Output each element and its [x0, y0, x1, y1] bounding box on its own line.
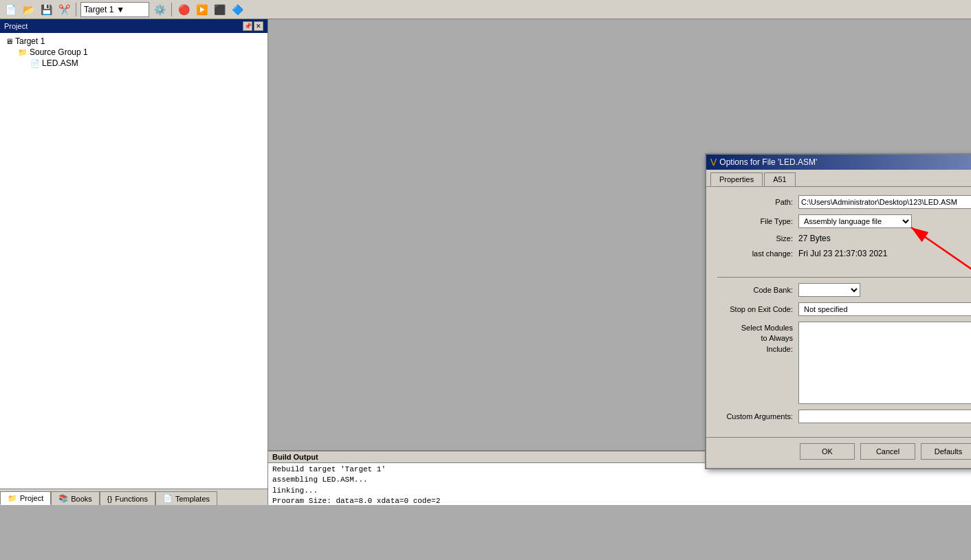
- custom-args-label: Custom Arguments:: [717, 412, 793, 421]
- form-left-section: File Type: Assembly language file Size: …: [717, 214, 971, 271]
- custom-args-input[interactable]: [798, 410, 971, 423]
- tab-functions-label: Functions: [115, 495, 148, 503]
- modules-label: Select Modulesto AlwaysInclude:: [717, 323, 793, 355]
- tree-source-group[interactable]: 📁 Source Group 1: [3, 47, 265, 58]
- panel-title-buttons: 📌 ✕: [243, 21, 263, 31]
- dialog-title-icon: V: [710, 157, 717, 168]
- panel-title: Project: [4, 22, 28, 30]
- target-icon: 🖥: [6, 37, 13, 45]
- toolbar-icon-7[interactable]: ▶️: [194, 2, 209, 17]
- stop-exit-row: Stop on Exit Code: Not specified: [717, 302, 971, 316]
- main-layout: Project 📌 ✕ 🖥 Target 1 📁 Source Group 1 …: [0, 19, 971, 505]
- tab-project-label: Project: [20, 494, 43, 502]
- dialog-buttons: OK Cancel Defaults Help: [706, 437, 971, 468]
- size-label: Size:: [717, 234, 793, 243]
- dialog-content: Path: File Type: Assembly language file: [706, 187, 971, 437]
- tab-templates-icon: 📄: [163, 494, 173, 503]
- file-icon: 📄: [30, 59, 40, 68]
- project-tree: 🖥 Target 1 📁 Source Group 1 📄 LED.ASM: [0, 33, 268, 489]
- toolbar-icon-6[interactable]: 🔴: [176, 2, 191, 17]
- project-panel: Project 📌 ✕ 🖥 Target 1 📁 Source Group 1 …: [0, 19, 268, 505]
- target-dropdown-icon: ▼: [116, 5, 124, 14]
- tree-file-label: LED.ASM: [42, 58, 78, 68]
- panel-titlebar: Project 📌 ✕: [0, 19, 268, 33]
- defaults-button[interactable]: Defaults: [921, 443, 971, 460]
- toolbar-icon-8[interactable]: ⬛: [212, 2, 227, 17]
- code-bank-select[interactable]: [798, 283, 860, 297]
- file-type-select[interactable]: Assembly language file: [798, 214, 912, 228]
- modules-row: Select Modulesto AlwaysInclude:: [717, 322, 971, 404]
- file-type-section: File Type: Assembly language file Size: …: [717, 214, 971, 271]
- path-row: Path:: [717, 195, 971, 209]
- dialog-tab-a51[interactable]: A51: [764, 172, 796, 186]
- tree-target-label: Target 1: [15, 36, 45, 46]
- toolbar-sep-1: [76, 3, 76, 16]
- tab-books[interactable]: 📚 Books: [51, 491, 100, 505]
- code-bank-label: Code Bank:: [717, 286, 793, 294]
- tree-file[interactable]: 📄 LED.ASM: [3, 58, 265, 69]
- toolbar-icon-1[interactable]: 📄: [3, 2, 18, 17]
- dialog-tab-a51-label: A51: [773, 175, 787, 183]
- size-value: 27 Bytes: [798, 234, 831, 243]
- modules-textarea[interactable]: [798, 322, 971, 404]
- tab-project[interactable]: 📁 Project: [0, 491, 51, 505]
- right-area: Build Output Rebuild target 'Target 1' a…: [268, 19, 971, 505]
- tab-templates[interactable]: 📄 Templates: [155, 491, 217, 505]
- dialog-tabs: Properties A51: [706, 170, 971, 187]
- tab-project-icon: 📁: [8, 494, 17, 503]
- toolbar-icon-9[interactable]: 🔷: [230, 2, 245, 17]
- size-row: Size: 27 Bytes: [717, 234, 971, 243]
- custom-args-row: Custom Arguments:: [717, 410, 971, 423]
- tab-templates-label: Templates: [175, 495, 210, 503]
- target-label: Target 1: [84, 5, 113, 14]
- dialog-overlay: V Options for File 'LED.ASM' ✕ Propertie…: [268, 19, 971, 505]
- options-dialog: V Options for File 'LED.ASM' ✕ Propertie…: [705, 153, 971, 469]
- path-label: Path:: [717, 198, 793, 206]
- tree-target[interactable]: 🖥 Target 1: [3, 36, 265, 47]
- stop-exit-select[interactable]: Not specified: [798, 302, 971, 316]
- file-type-row: File Type: Assembly language file: [717, 214, 971, 228]
- panel-close-btn[interactable]: ✕: [254, 21, 263, 31]
- last-change-value: Fri Jul 23 21:37:03 2021: [798, 249, 887, 258]
- panel-pin-btn[interactable]: 📌: [243, 21, 252, 31]
- folder-icon: 📁: [18, 48, 28, 57]
- tab-books-icon: 📚: [58, 494, 68, 503]
- tab-functions[interactable]: {} Functions: [100, 491, 155, 505]
- stop-exit-label: Stop on Exit Code:: [717, 305, 793, 313]
- dialog-tab-properties[interactable]: Properties: [710, 172, 763, 186]
- last-change-label: last change:: [717, 249, 793, 258]
- toolbar-sep-2: [171, 3, 172, 16]
- toolbar-icon-4[interactable]: ✂️: [56, 2, 72, 17]
- toolbar-icon-2[interactable]: 📂: [21, 2, 36, 17]
- target-selector[interactable]: Target 1 ▼: [80, 2, 149, 17]
- dialog-titlebar: V Options for File 'LED.ASM' ✕: [706, 155, 971, 170]
- cancel-button[interactable]: Cancel: [860, 443, 915, 460]
- dialog-title-text: Options for File 'LED.ASM': [719, 157, 817, 167]
- ok-button[interactable]: OK: [800, 443, 855, 460]
- tree-source-group-label: Source Group 1: [30, 47, 88, 57]
- tab-functions-icon: {}: [107, 495, 112, 503]
- dialog-tab-properties-label: Properties: [719, 175, 754, 183]
- path-input[interactable]: [798, 195, 971, 209]
- bottom-tabs: 📁 Project 📚 Books {} Functions 📄 Templat…: [0, 489, 268, 505]
- file-type-label: File Type:: [717, 217, 793, 225]
- last-change-row: last change: Fri Jul 23 21:37:03 2021: [717, 249, 971, 258]
- toolbar-icon-5[interactable]: ⚙️: [152, 2, 167, 17]
- tab-books-label: Books: [71, 495, 92, 503]
- divider-1: [717, 277, 971, 278]
- main-toolbar: 📄 📂 💾 ✂️ Target 1 ▼ ⚙️ 🔴 ▶️ ⬛ 🔷: [0, 0, 971, 19]
- toolbar-icon-3[interactable]: 💾: [39, 2, 54, 17]
- code-bank-row: Code Bank:: [717, 283, 971, 297]
